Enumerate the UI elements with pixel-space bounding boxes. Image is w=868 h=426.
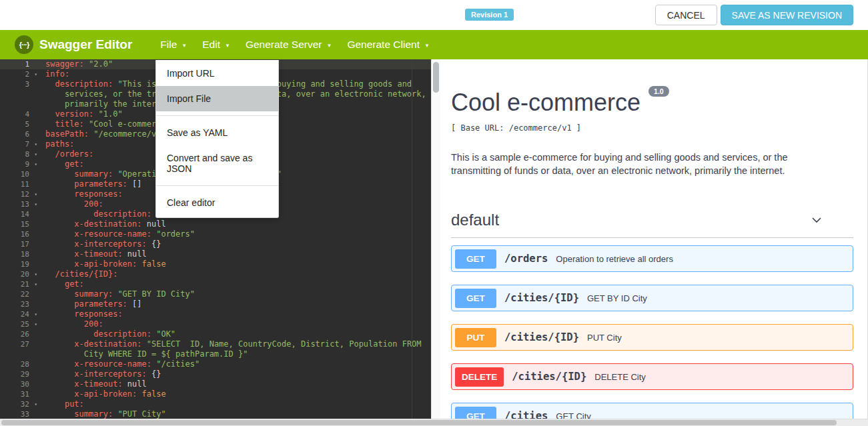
topbar: Revision 1 CANCEL SAVE AS NEW REVISION [0, 0, 868, 30]
gutter-line-number: 4 [0, 109, 39, 119]
api-title: Cool e-commerce1.0 [451, 89, 853, 117]
gutter-line-number: 32▾ [0, 399, 39, 409]
editor-line[interactable]: 22 summary: "GET BY ID City" [0, 289, 440, 299]
editor-line[interactable]: 28 x-resource-name: "/cities" [0, 359, 440, 369]
code-text: x-destination: "SELECT ID, Name, Country… [39, 339, 422, 349]
menu-file[interactable]: File▼ [160, 39, 187, 51]
gutter-line-number: 7▾ [0, 139, 39, 149]
gutter-line-number: 3 [0, 79, 39, 89]
swagger-logo-icon: {···} [15, 35, 33, 54]
editor-line[interactable]: 30 x-timeout: null [0, 379, 440, 389]
editor-line[interactable]: 27 x-destination: "SELECT ID, Name, Coun… [0, 339, 440, 349]
menu-divider [156, 185, 278, 186]
gutter-line-number: 21▾ [0, 279, 39, 289]
menu-edit[interactable]: Edit▼ [202, 39, 230, 51]
code-text: 200: [39, 319, 103, 329]
fold-arrow-icon[interactable]: ▾ [34, 149, 37, 159]
menu-divider [156, 115, 278, 116]
editor-line[interactable]: 17 x-interceptors: {} [0, 239, 440, 249]
editor-line[interactable]: 32▾ put: [0, 399, 440, 409]
menu-generate-client[interactable]: Generate Client▼ [347, 39, 429, 51]
operation-row-put[interactable]: PUT/cities/{ID}PUT City [451, 324, 853, 351]
code-text: x-resource-name: "orders" [39, 229, 195, 239]
fold-arrow-icon[interactable]: ▾ [34, 269, 37, 279]
gutter-line-number: 13▾ [0, 199, 39, 209]
menu-item-save-as-yaml[interactable]: Save as YAML [156, 120, 278, 145]
editor-line[interactable]: 26 description: "OK" [0, 329, 440, 339]
code-text: responses: [39, 309, 123, 319]
file-dropdown-menu: Import URLImport FileSave as YAMLConvert… [155, 60, 279, 218]
fold-arrow-icon[interactable]: ▾ [34, 279, 37, 289]
gutter-line-number: 27 [0, 339, 39, 349]
editor-line[interactable]: 29 x-interceptors: {} [0, 369, 440, 379]
save-as-new-revision-button[interactable]: SAVE AS NEW REVISION [721, 5, 853, 25]
api-description: This is a sample e-commerce for buying a… [451, 151, 838, 177]
fold-arrow-icon[interactable]: ▾ [34, 139, 37, 149]
gutter-line-number: 25▾ [0, 319, 39, 329]
editor-line[interactable]: 15 x-destination: null [0, 219, 440, 229]
gutter-line-number: 22 [0, 289, 39, 299]
fold-arrow-icon[interactable]: ▾ [34, 189, 37, 199]
gutter-line-number: 28 [0, 359, 39, 369]
editor-line[interactable]: 19 x-api-broken: false [0, 259, 440, 269]
menu-generate-server[interactable]: Generate Server▼ [246, 39, 332, 51]
cancel-button[interactable]: CANCEL [655, 5, 717, 25]
scrollbar-thumb[interactable] [433, 62, 439, 93]
menu-item-import-file[interactable]: Import File [156, 86, 278, 111]
gutter-line-number: 33 [0, 409, 39, 419]
editor-line[interactable]: 23 parameters: [] [0, 299, 440, 309]
editor-line[interactable]: 20▾ /cities/{ID}: [0, 269, 440, 279]
fold-arrow-icon[interactable]: ▾ [34, 319, 37, 329]
editor-vertical-scrollbar[interactable] [431, 59, 440, 426]
operation-row-delete[interactable]: DELETE/cities/{ID}DELETE City [451, 363, 853, 390]
operation-row-get[interactable]: GET/cities/{ID}GET BY ID City [451, 285, 853, 311]
menu-item-import-url[interactable]: Import URL [156, 61, 278, 86]
code-text: City WHERE ID = ${ pathParam.ID }" [39, 349, 248, 359]
code-text: parameters: [] [39, 179, 142, 189]
gutter-line-number: 8▾ [0, 149, 39, 159]
method-badge: GET [455, 249, 496, 269]
gutter-line-number: 15 [0, 219, 39, 229]
editor-line[interactable]: 24▾ responses: [0, 309, 440, 319]
gutter-line-number: 14 [0, 209, 39, 219]
fold-arrow-icon[interactable]: ▾ [34, 69, 37, 79]
api-title-text: Cool e-commerce [451, 89, 640, 116]
editor-line[interactable]: City WHERE ID = ${ pathParam.ID }" [0, 349, 440, 359]
base-url: [ Base URL: /ecommerce/v1 ] [451, 123, 853, 133]
gutter-line-number: 29 [0, 369, 39, 379]
code-text: get: [39, 159, 84, 169]
editor-line[interactable]: 21▾ get: [0, 279, 440, 289]
fold-arrow-icon[interactable]: ▾ [34, 199, 37, 209]
page-horizontal-scrollbar[interactable] [0, 419, 868, 426]
operation-path: /cities/{ID} [512, 371, 586, 383]
chevron-down-icon[interactable] [810, 213, 823, 227]
fold-arrow-icon[interactable]: ▾ [34, 399, 37, 409]
menu-item-convert-and-save-as-json[interactable]: Convert and save as JSON [156, 145, 278, 181]
operation-summary: PUT City [587, 333, 622, 343]
code-text: description: "OK" [39, 329, 175, 339]
menu-bar: File▼Edit▼Generate Server▼Generate Clien… [160, 39, 430, 51]
caret-down-icon: ▼ [327, 43, 332, 49]
method-badge: GET [455, 289, 496, 308]
tag-section-header[interactable]: default [451, 211, 853, 238]
fold-arrow-icon[interactable]: ▾ [34, 309, 37, 319]
operation-summary: GET BY ID City [587, 293, 647, 303]
version-badge: 1.0 [648, 86, 669, 97]
gutter-line-number: 30 [0, 379, 39, 389]
editor-line[interactable]: 16 x-resource-name: "orders" [0, 229, 440, 239]
editor-line[interactable]: 33 summary: "PUT City" [0, 409, 440, 419]
gutter-line-number: 20▾ [0, 269, 39, 279]
caret-down-icon: ▼ [181, 43, 187, 49]
gutter-line-number: 18 [0, 249, 39, 259]
code-text: summary: "GET BY ID City" [39, 289, 195, 299]
revision-badge: Revision 1 [465, 9, 514, 21]
gutter-line-number [0, 89, 39, 99]
fold-arrow-icon[interactable]: ▾ [34, 159, 37, 169]
api-docs-panel: Cool e-commerce1.0 [ Base URL: /ecommerc… [440, 59, 868, 426]
editor-line[interactable]: 18 x-timeout: null [0, 249, 440, 259]
operation-row-get[interactable]: GET/ordersOperation to retrieve all orde… [451, 245, 853, 272]
scrollbar-thumb[interactable] [1, 420, 837, 425]
editor-line[interactable]: 25▾ 200: [0, 319, 440, 329]
editor-line[interactable]: 31 x-api-broken: false [0, 389, 440, 399]
menu-item-clear-editor[interactable]: Clear editor [156, 190, 278, 215]
